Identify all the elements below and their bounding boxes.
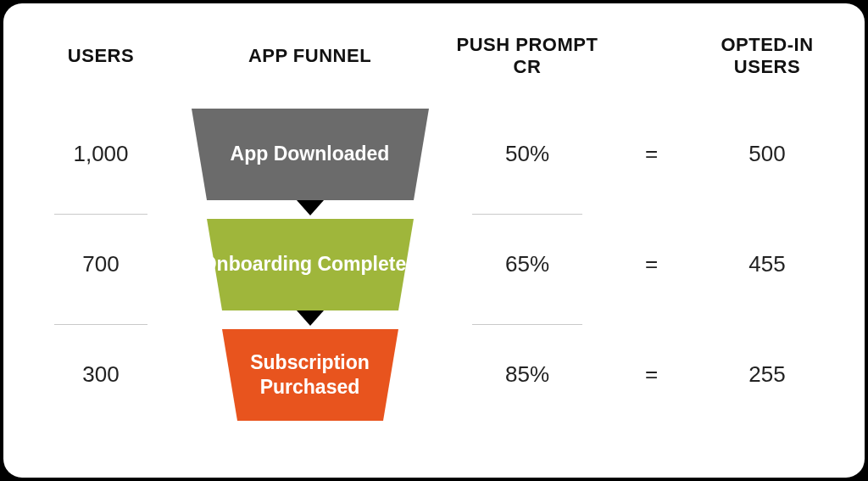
opted-in-cell: 500 <box>704 99 831 210</box>
col-header-push-cr: PUSH PROMPT CR <box>455 34 599 99</box>
funnel-stage-label: Onboarding Completed <box>193 252 427 277</box>
opted-in-cell: 255 <box>704 320 831 430</box>
push-cr-value: 65% <box>505 251 549 277</box>
col-header-spacer <box>626 56 677 76</box>
funnel-arrow-icon <box>297 310 324 326</box>
push-cr-value: 50% <box>505 141 549 167</box>
push-cr-cell: 65% <box>455 210 599 320</box>
col-header-users: USERS <box>37 45 164 87</box>
opted-in-value: 455 <box>748 251 785 277</box>
users-value: 300 <box>82 361 119 388</box>
users-cell: 1,000 <box>37 99 164 210</box>
opted-in-value: 255 <box>748 361 785 388</box>
funnel-diagram-card: USERS APP FUNNEL PUSH PROMPT CR OPTED-IN… <box>3 3 865 478</box>
users-value: 700 <box>82 251 119 277</box>
users-value: 1,000 <box>73 141 128 167</box>
funnel-grid: USERS APP FUNNEL PUSH PROMPT CR OPTED-IN… <box>37 34 831 430</box>
funnel-stage-2: Subscription Purchased <box>192 329 429 421</box>
funnel-stage-cell: App Downloaded <box>192 99 429 210</box>
opted-in-value: 500 <box>748 141 785 167</box>
push-cr-value: 85% <box>505 361 549 388</box>
users-cell: 700 <box>37 210 164 320</box>
equals-sign: = <box>645 361 658 388</box>
opted-in-cell: 455 <box>704 210 831 320</box>
push-cr-cell: 50% <box>455 99 599 210</box>
equals-cell: = <box>626 320 677 430</box>
equals-cell: = <box>626 99 677 210</box>
col-header-opted-in: OPTED-IN USERS <box>704 34 831 99</box>
funnel-stage-1: Onboarding Completed <box>192 219 429 310</box>
users-cell: 300 <box>37 320 164 430</box>
funnel-stage-label: App Downloaded <box>222 142 398 166</box>
col-header-funnel: APP FUNNEL <box>192 45 429 87</box>
push-cr-cell: 85% <box>455 320 599 430</box>
equals-sign: = <box>645 251 658 277</box>
funnel-stage-cell: Subscription Purchased <box>192 320 429 430</box>
funnel-stage-label: Subscription Purchased <box>192 350 429 400</box>
equals-cell: = <box>626 210 677 320</box>
equals-sign: = <box>645 141 658 167</box>
funnel-stage-cell: Onboarding Completed <box>192 210 429 320</box>
funnel-stage-0: App Downloaded <box>192 109 429 200</box>
funnel-arrow-icon <box>297 200 324 215</box>
